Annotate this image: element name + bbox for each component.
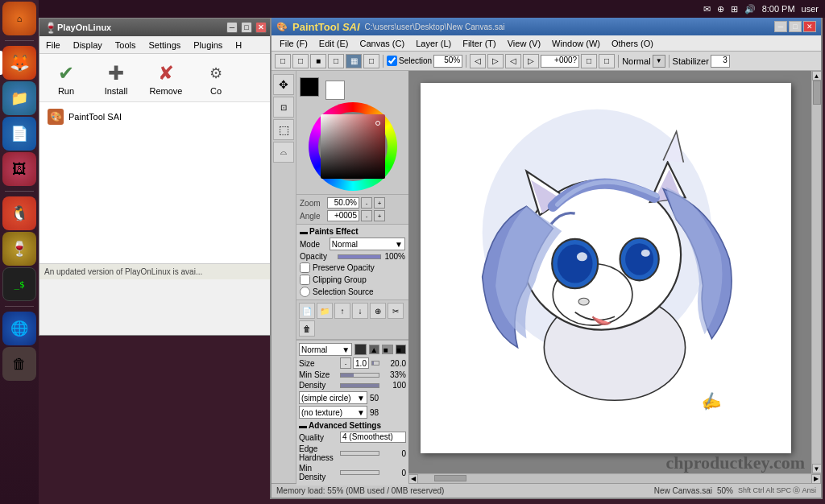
- taskbar-wine[interactable]: 🍷: [2, 232, 36, 266]
- sai-menu-view[interactable]: View (V): [503, 38, 545, 49]
- sai-color-swatch-lgray[interactable]: ■: [382, 345, 392, 354]
- sai-min-size-slider[interactable]: [340, 373, 379, 378]
- topbar-volume-icon[interactable]: 🔊: [744, 4, 756, 14]
- sai-bottom-scrollbar[interactable]: ◀ ▶: [408, 473, 821, 483]
- pol-menu-file[interactable]: File: [43, 39, 64, 52]
- sai-brush-mode-dropdown[interactable]: Normal ▼: [299, 343, 352, 356]
- taskbar-firefox[interactable]: 🦊: [2, 46, 36, 80]
- sai-selection-value[interactable]: 50%: [433, 55, 462, 68]
- sai-adv-collapse-icon[interactable]: ▬: [299, 421, 307, 430]
- sai-tb-btn5[interactable]: ▦: [346, 54, 362, 68]
- sai-scroll-up[interactable]: ▲: [812, 71, 822, 81]
- sai-min-density-slider[interactable]: [340, 470, 379, 475]
- pol-menu-help[interactable]: H: [232, 39, 245, 52]
- sai-color-swatch-dark[interactable]: ■: [396, 345, 406, 354]
- sai-tb-btn4[interactable]: □: [328, 54, 344, 68]
- sai-tool-transform[interactable]: ⊡: [273, 97, 294, 118]
- pol-close-button[interactable]: ✕: [255, 22, 267, 33]
- sai-tb-btn1[interactable]: □: [275, 54, 291, 68]
- taskbar-files[interactable]: 📁: [2, 81, 36, 115]
- sai-delete-layer-icon[interactable]: 🗑: [299, 320, 315, 337]
- sai-scroll-down[interactable]: ▼: [812, 464, 822, 473]
- sai-tb-arrow4[interactable]: ▷: [523, 54, 539, 68]
- sai-color-gradient-sq[interactable]: [321, 114, 385, 179]
- sai-tool-select-rect[interactable]: ⬚: [273, 119, 294, 140]
- taskbar-documents[interactable]: 📄: [2, 117, 36, 151]
- sai-edge-hardness-slider[interactable]: [340, 451, 379, 456]
- taskbar-terminal[interactable]: _$: [2, 267, 36, 301]
- pol-install-button[interactable]: ✚ Install: [96, 60, 136, 96]
- sai-angle-inc[interactable]: +: [374, 210, 385, 221]
- sai-texture-dropdown[interactable]: (no texture) ▼: [299, 406, 367, 419]
- sai-color-swatch-gray[interactable]: ▲: [369, 345, 379, 354]
- sai-preserve-opacity-check[interactable]: [300, 262, 310, 273]
- sai-folder-icon[interactable]: 📁: [317, 303, 333, 319]
- topbar-mail-icon[interactable]: ✉: [703, 4, 711, 14]
- sai-menu-edit[interactable]: Edit (E): [314, 38, 354, 49]
- sai-menu-canvas[interactable]: Canvas (C): [355, 38, 410, 49]
- taskbar-home[interactable]: ⌂: [2, 2, 36, 35]
- sai-tb-btn2[interactable]: □: [292, 54, 309, 68]
- sai-right-scrollbar[interactable]: ▲ ▼: [811, 71, 821, 473]
- sai-rotation-value[interactable]: +000?: [541, 55, 579, 68]
- sai-angle-dec[interactable]: -: [361, 210, 372, 221]
- sai-zoom-inc[interactable]: +: [374, 197, 385, 209]
- sai-menu-others[interactable]: Others (O): [607, 38, 658, 49]
- sai-tb-btn6[interactable]: □: [363, 54, 379, 68]
- pol-configure-button[interactable]: ⚙ Co: [196, 60, 236, 96]
- sai-color-swatch-black[interactable]: [354, 344, 367, 355]
- sai-tool-lasso[interactable]: ⌓: [273, 142, 294, 163]
- pol-menu-display[interactable]: Display: [70, 39, 106, 52]
- pol-maximize-button[interactable]: □: [241, 22, 252, 33]
- sai-tb-btn3[interactable]: ■: [310, 54, 326, 68]
- sai-layer-down-icon[interactable]: ↓: [352, 303, 368, 319]
- sai-collapse-icon[interactable]: ▬: [300, 227, 308, 236]
- sai-mode-dropdown-arrow[interactable]: ▼: [653, 55, 665, 68]
- sai-bg-color[interactable]: [325, 81, 345, 100]
- sai-size-dec[interactable]: -: [340, 357, 351, 369]
- pol-minimize-button[interactable]: ─: [226, 22, 238, 33]
- sai-menu-filter[interactable]: Filter (T): [458, 38, 501, 49]
- sai-scroll-horiz-thumb[interactable]: [434, 475, 466, 481]
- sai-menu-window[interactable]: Window (W): [547, 38, 605, 49]
- sai-selection-source-radio[interactable]: [300, 287, 310, 297]
- sai-zoom-value[interactable]: 50.0%: [327, 197, 359, 209]
- pol-menu-plugins[interactable]: Plugins: [190, 39, 226, 52]
- taskbar-photos[interactable]: 🖼: [2, 152, 36, 186]
- sai-close-button[interactable]: ✕: [803, 21, 816, 32]
- sai-clipping-group-check[interactable]: [300, 275, 310, 285]
- sai-maximize-button[interactable]: □: [789, 21, 802, 32]
- sai-tb-arrow3[interactable]: ◁: [505, 54, 521, 68]
- taskbar-trash[interactable]: 🗑: [2, 347, 36, 381]
- sai-mode-dropdown[interactable]: Normal ▼: [330, 238, 405, 250]
- taskbar-ubuntu[interactable]: 🐧: [2, 196, 36, 230]
- pol-run-button[interactable]: ✔ Run: [46, 60, 86, 96]
- sai-shape-dropdown[interactable]: (simple circle) ▼: [299, 391, 367, 404]
- sai-scroll-track[interactable]: [813, 81, 821, 464]
- pol-app-painttool[interactable]: 🎨 PaintTool SAI: [43, 105, 268, 128]
- sai-color-picker-area[interactable]: [309, 102, 397, 191]
- sai-quality-input[interactable]: 4 (Smoothest): [340, 432, 406, 443]
- sai-scroll-left[interactable]: ◀: [408, 474, 418, 484]
- sai-menu-file[interactable]: File (F): [275, 38, 313, 49]
- topbar-user[interactable]: user: [802, 4, 819, 14]
- sai-tb-arrow2[interactable]: ▷: [487, 54, 504, 68]
- sai-tb-arrow1[interactable]: ◁: [470, 54, 486, 68]
- sai-minimize-button[interactable]: ─: [774, 21, 787, 32]
- sai-selection-check-input[interactable]: [387, 56, 397, 66]
- sai-tb-btn7[interactable]: □: [581, 54, 597, 68]
- topbar-bluetooth-icon[interactable]: ⊕: [717, 4, 724, 14]
- sai-fg-color[interactable]: [300, 77, 319, 97]
- pol-remove-button[interactable]: ✘ Remove: [146, 60, 186, 96]
- sai-canvas-paper[interactable]: ✍: [421, 83, 791, 453]
- sai-stabilizer-value[interactable]: 3: [711, 55, 730, 68]
- sai-scroll-thumb[interactable]: [813, 81, 821, 105]
- sai-menu-layer[interactable]: Layer (L): [411, 38, 456, 49]
- sai-canvas-wrapper[interactable]: ✍ ▲ ▼: [408, 71, 821, 473]
- pol-menu-tools[interactable]: Tools: [112, 39, 139, 52]
- sai-selection-checkbox[interactable]: Selection: [387, 56, 432, 66]
- sai-tb-btn8[interactable]: □: [599, 54, 615, 68]
- sai-opacity-slider[interactable]: [338, 254, 381, 259]
- sai-blend-icon[interactable]: ⊕: [370, 303, 386, 319]
- sai-density-slider[interactable]: [340, 383, 379, 388]
